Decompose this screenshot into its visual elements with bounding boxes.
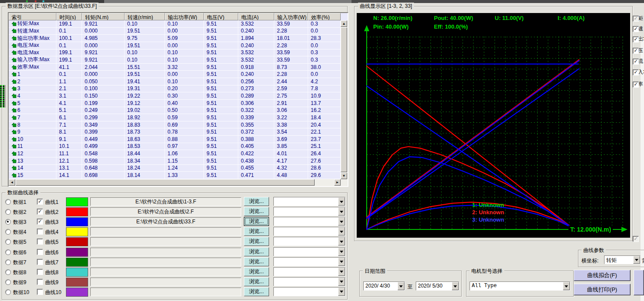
data-radio-9[interactable] (5, 279, 11, 285)
curve-combo-dropdown-icon-8[interactable] (338, 268, 345, 276)
curve-print-button[interactable]: 曲线打印(P) (574, 284, 631, 295)
table-row[interactable]: 10.10.00019.510.009.510.2402.280.0 (9, 71, 341, 78)
curve-file-path-3[interactable]: E:\软件\2点合成曲线\33.F (90, 217, 241, 226)
table-row[interactable]: 电压:Max0.10.00019.510.009.510.2402.280.0 (9, 42, 341, 49)
table-row[interactable]: 32.10.10019.310.209.510.2732.597.8 (9, 85, 341, 93)
table-row[interactable]: 1110.10.49918.530.979.510.4053.8525.1 (9, 143, 341, 150)
column-header[interactable]: 电压(V) (204, 13, 238, 20)
curve-checkbox-10[interactable] (37, 289, 43, 295)
table-row[interactable]: 87.10.34918.830.699.510.3553.3820.4 (9, 121, 341, 129)
curve-combo-dropdown-icon-3[interactable] (338, 217, 345, 226)
column-header[interactable]: 电流(A) (238, 13, 274, 20)
curve-file-path-2[interactable]: E:\软件\2点合成曲线\2.F (90, 207, 241, 216)
curve-combo-dropdown-icon-1[interactable] (338, 197, 345, 206)
curve-fit-button[interactable]: 曲线拟合(F) (574, 270, 631, 281)
data-radio-8[interactable] (5, 269, 11, 275)
curve-color-swatch-4[interactable] (66, 227, 88, 236)
plot-quantity-checkbox-3[interactable]: ✓ (633, 36, 639, 43)
browse-button-10[interactable]: 浏览... (244, 287, 269, 296)
date-to-combo[interactable]: 2020/ 5/30 (416, 281, 459, 291)
curve-checkbox-4[interactable] (37, 229, 43, 235)
table-row[interactable]: 1514.10.69818.141.339.510.4714.4829.6 (9, 172, 341, 179)
browse-button-6[interactable]: 浏览... (244, 247, 269, 256)
table-row[interactable]: 54.10.19919.120.409.510.3062.9113.7 (9, 100, 341, 107)
curve-file-path-10[interactable] (90, 288, 241, 296)
curve-combo-10[interactable] (273, 287, 345, 296)
plot-quantity-checkbox-4[interactable]: ✓ (633, 48, 639, 54)
column-header[interactable]: 索引 (9, 13, 56, 20)
curve-combo-dropdown-icon-10[interactable] (338, 288, 345, 296)
column-header[interactable]: 转速(r/min) (125, 13, 165, 20)
date-to-dropdown-icon[interactable] (452, 282, 459, 290)
curve-combo-dropdown-icon-4[interactable] (338, 227, 345, 236)
browse-button-7[interactable]: 浏览... (244, 257, 269, 266)
curve-color-swatch-10[interactable] (66, 288, 88, 297)
curve-file-path-8[interactable] (90, 268, 241, 276)
v-scroll-thumb[interactable] (341, 27, 347, 172)
curve-combo-7[interactable] (273, 257, 345, 266)
curve-checkbox-5[interactable] (37, 239, 43, 245)
curve-file-path-6[interactable] (90, 248, 241, 256)
curve-combo-2[interactable] (273, 207, 345, 216)
scroll-left-button[interactable]: ◄ (9, 179, 15, 186)
browse-button-2[interactable]: 浏览... (244, 207, 269, 216)
curve-checkbox-7[interactable] (37, 259, 43, 265)
motor-model-dropdown-icon[interactable] (563, 282, 570, 290)
column-header[interactable]: 转矩(N.m) (82, 13, 125, 20)
table-row[interactable]: 转矩:Max199.19.9210.100.109.513.53233.590.… (9, 20, 341, 28)
table-row[interactable]: 21.10.05019.410.109.510.2562.444.2 (9, 78, 341, 85)
data-radio-10[interactable] (5, 289, 11, 295)
v-scrollbar[interactable]: ▲ ▼ (341, 20, 348, 179)
plot-quantity-checkbox-6[interactable]: ✓ (633, 69, 639, 75)
browse-button-9[interactable]: 浏览... (244, 277, 269, 286)
curve-combo-dropdown-icon-6[interactable] (338, 248, 345, 256)
column-header[interactable]: 输入功率(W) (274, 13, 308, 20)
h-scroll-thumb[interactable] (16, 179, 315, 186)
curve-color-swatch-2[interactable] (66, 207, 88, 216)
motor-model-combo[interactable]: All Type (470, 281, 570, 291)
curve-file-path-4[interactable] (90, 227, 241, 236)
curve-combo-dropdown-icon-9[interactable] (338, 278, 345, 286)
curve-color-swatch-9[interactable] (66, 278, 88, 287)
curve-file-path-7[interactable] (90, 258, 241, 266)
browse-button-3[interactable]: 浏览... (244, 217, 269, 226)
table-row[interactable]: 98.10.39918.730.789.510.3723.5422.1 (9, 128, 341, 136)
plot-quantity-checkbox-5[interactable]: ✓ (633, 59, 639, 65)
scroll-right-button[interactable]: ► (334, 179, 341, 186)
table-row[interactable]: 65.10.24919.020.509.510.3223.0616.2 (9, 107, 341, 115)
table-row[interactable]: 1211.10.54818.441.069.510.4224.0126.4 (9, 150, 341, 157)
curve-checkbox-1[interactable]: ✓ (37, 199, 43, 205)
curve-color-swatch-8[interactable] (66, 268, 88, 277)
curve-checkbox-2[interactable]: ✓ (37, 209, 43, 215)
curve-combo-3[interactable] (273, 217, 345, 226)
data-radio-2[interactable] (5, 209, 11, 215)
browse-button-8[interactable]: 浏览... (244, 267, 269, 276)
curve-combo-1[interactable] (273, 197, 345, 206)
browse-button-1[interactable]: 浏览... (244, 197, 269, 206)
table-row[interactable]: 43.10.15019.220.309.510.2892.7510.9 (9, 92, 341, 100)
column-header[interactable]: 输出功率(W) (165, 13, 204, 20)
table-row[interactable]: 输入功率:Max199.19.9210.100.109.513.53233.59… (9, 56, 341, 64)
curve-file-path-1[interactable]: E:\软件\2点合成曲线\1-3.F (90, 197, 241, 206)
table-row[interactable]: 电流:Max199.19.9210.100.109.513.53233.590.… (9, 49, 341, 57)
h-scrollbar[interactable]: ◄ ► (9, 179, 341, 186)
data-radio-1[interactable] (5, 199, 11, 205)
table-row[interactable]: 76.10.29918.920.599.510.3393.2218.4 (9, 114, 341, 121)
table-row[interactable]: 1312.10.59818.341.159.510.4384.1727.6 (9, 157, 341, 165)
curve-color-swatch-5[interactable] (66, 237, 88, 246)
date-from-dropdown-icon[interactable] (398, 282, 404, 290)
table-row[interactable]: 转速:Max0.10.00019.510.009.510.2402.280.0 (9, 28, 341, 35)
curve-color-swatch-6[interactable] (66, 248, 88, 257)
date-from-combo[interactable]: 2020/ 4/30 (363, 281, 405, 291)
plot-quantity-checkbox-7[interactable]: ✓ (633, 82, 639, 88)
table-row[interactable]: 效率:Max41.12.04415.513.329.510.9188.7338.… (9, 64, 341, 71)
curve-combo-dropdown-icon-5[interactable] (338, 237, 345, 245)
scroll-up-button[interactable]: ▲ (341, 20, 347, 27)
curve-combo-4[interactable] (273, 227, 345, 236)
table-row[interactable]: 109.10.44918.630.889.510.3883.6923.7 (9, 136, 341, 143)
data-radio-6[interactable] (5, 249, 11, 255)
curve-color-swatch-7[interactable] (66, 258, 88, 267)
column-header[interactable]: 时间(s) (56, 13, 82, 20)
curve-checkbox-8[interactable] (37, 269, 43, 275)
curve-file-path-9[interactable] (90, 278, 241, 286)
